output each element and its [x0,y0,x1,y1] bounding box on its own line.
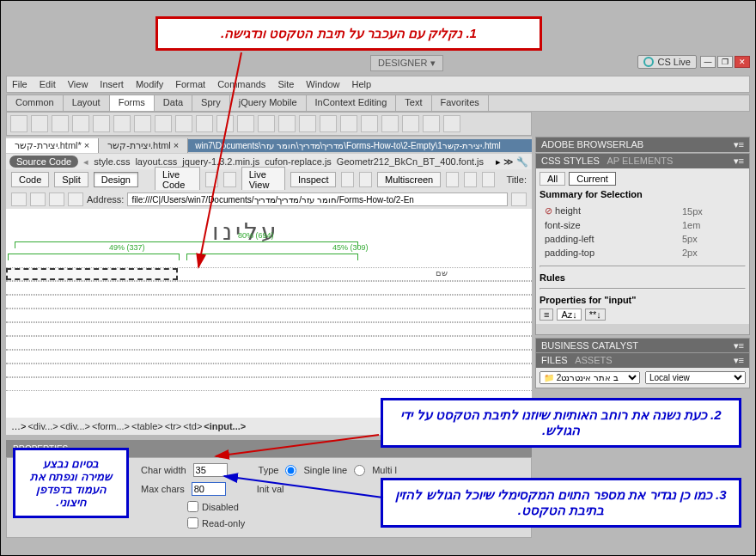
form-tool-icon[interactable] [10,115,27,132]
menu-site[interactable]: Site [277,79,294,89]
preview-icon[interactable] [446,172,459,187]
related-file[interactable]: style.css [94,156,130,167]
tab-layout[interactable]: Layout [64,95,110,111]
spry-textarea-icon[interactable] [340,115,357,132]
textfield-tool-icon[interactable] [31,115,48,132]
menu-view[interactable]: View [68,79,88,89]
tag-table[interactable]: <table> [131,421,163,431]
spry-password-icon[interactable] [402,115,419,132]
tab-text[interactable]: Text [396,95,431,111]
refresh-icon[interactable] [49,192,64,206]
spry-radio-icon[interactable] [443,115,460,132]
related-file[interactable]: Geometr212_BkCn_BT_400.font.js [337,156,484,167]
menu-file[interactable]: File [12,79,27,89]
checkbox-tool-icon[interactable] [93,115,110,132]
tab-common[interactable]: Common [7,95,64,111]
show-category-icon[interactable]: ≡ [540,309,553,321]
css-current-button[interactable]: Current [569,172,616,186]
menu-commands[interactable]: Commands [217,79,265,89]
back-icon[interactable] [11,192,27,206]
type-single-radio[interactable] [285,465,296,476]
visual-aids-icon[interactable] [464,172,477,187]
menu-help[interactable]: Help [351,79,371,89]
css-prop[interactable]: font-size [541,219,677,231]
refresh-icon[interactable] [223,172,236,187]
code-view-button[interactable]: Code [11,172,49,187]
ap-elements-tab[interactable]: AP ELEMENTS [607,156,673,166]
button-tool-icon[interactable] [258,115,275,132]
restore-button[interactable]: ❐ [717,56,733,68]
spry-confirm-icon[interactable] [423,115,440,132]
business-catalyst-header[interactable]: BUSINESS CATALYST [541,340,638,351]
tab-incontext[interactable]: InContext Editing [307,95,397,111]
tab-forms[interactable]: Forms [110,95,155,111]
menu-insert[interactable]: Insert [100,79,124,89]
split-view-button[interactable]: Split [54,172,88,187]
multiscreen-button[interactable]: Multiscreen [377,172,441,187]
select-tool-icon[interactable] [175,115,192,132]
doc-tab[interactable]: יצירת-קשר.html × [99,138,188,153]
type-multi-radio[interactable] [354,465,365,476]
tag-form[interactable]: <form...> [92,421,130,431]
css-val[interactable]: 2px [679,247,744,259]
radio-tool-icon[interactable] [134,115,151,132]
related-file[interactable]: layout.css [135,156,177,167]
cslive-button[interactable]: CS Live [637,55,697,69]
tag-input[interactable]: <input...> [204,421,246,431]
char-width-input[interactable] [193,463,228,477]
css-prop[interactable]: padding-left [541,233,677,245]
css-val[interactable]: 15px [679,205,744,217]
tag-div[interactable]: <div...> [27,421,58,431]
textarea-tool-icon[interactable] [72,115,89,132]
related-file[interactable]: cufon-replace.js [265,156,332,167]
files-tab[interactable]: FILES [541,355,568,365]
design-canvas[interactable]: עלינו 49% (337) 80% (694) 45% (309) שם [6,209,532,418]
checkboxgroup-tool-icon[interactable] [113,115,131,132]
browserlab-header[interactable]: ADOBE BROWSERLAB [541,139,643,150]
css-prop[interactable]: padding-top [541,247,677,259]
forward-icon[interactable] [30,192,46,206]
css-val[interactable]: 1em [679,219,744,231]
site-select[interactable]: 📁 ב אתר אינטרנט2 [540,371,640,384]
max-chars-input[interactable] [192,482,226,496]
view-select[interactable]: Local view [645,371,746,384]
tab-jquerymobile[interactable]: jQuery Mobile [230,95,307,111]
imagefield-tool-icon[interactable] [216,115,234,132]
spry-validation-icon[interactable] [320,115,337,132]
refresh2-icon[interactable] [359,172,372,187]
css-all-button[interactable]: All [540,172,565,186]
tag-div[interactable]: <div...> [60,421,90,431]
show-set-icon[interactable]: **↓ [585,309,606,321]
selected-text-field[interactable] [6,268,178,280]
minimize-button[interactable]: — [700,56,716,68]
tag-td[interactable]: <td> [183,421,202,431]
tag-tr[interactable]: <tr> [165,421,182,431]
tab-favorites[interactable]: Favorites [432,95,489,111]
tab-spry[interactable]: Spry [192,95,230,111]
close-button[interactable]: ✕ [735,56,750,68]
menu-edit[interactable]: Edit [40,79,56,89]
live-code-button[interactable]: Live Code [155,167,200,192]
workspace-switcher[interactable]: DESIGNER ▾ [370,55,443,71]
settings-icon[interactable] [511,192,527,206]
menu-modify[interactable]: Modify [136,79,163,89]
tab-data[interactable]: Data [155,95,192,111]
assets-tab[interactable]: ASSETS [575,355,612,365]
label-tool-icon[interactable] [278,115,296,132]
css-prop[interactable]: height [555,205,581,216]
menu-window[interactable]: Window [306,79,339,89]
home-icon[interactable] [68,192,83,206]
spry-select-icon[interactable] [381,115,399,132]
jumpmenu-tool-icon[interactable] [196,115,213,132]
doc-tab-active[interactable]: יצירת-קשר.html* × [6,138,99,153]
readonly-checkbox[interactable] [187,517,198,529]
source-code-button[interactable]: Source Code [9,156,78,168]
css-val[interactable]: 5px [679,233,744,245]
menu-format[interactable]: Format [175,79,205,89]
validate-icon[interactable] [482,172,495,187]
css-styles-tab[interactable]: CSS STYLES [541,156,600,166]
spry-checkbox-icon[interactable] [361,115,378,132]
hidden-tool-icon[interactable] [52,115,69,132]
address-input[interactable] [127,192,508,206]
fieldset-tool-icon[interactable] [299,115,316,132]
